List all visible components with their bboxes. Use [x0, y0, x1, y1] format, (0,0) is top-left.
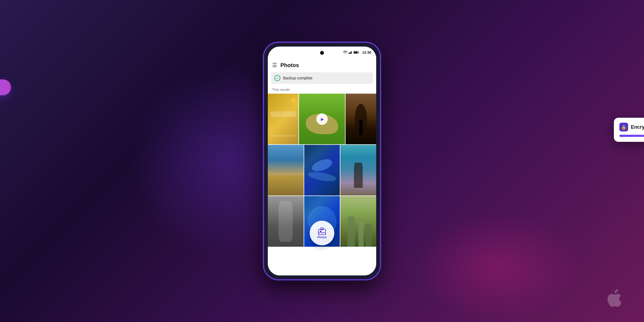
screen-content: ✓ Backup complete This month [268, 58, 376, 275]
lock-toggle[interactable]: 🔒 [0, 79, 11, 95]
photo-cell-bottles[interactable] [340, 196, 376, 247]
battery-icon [353, 51, 359, 54]
bottle2 [358, 222, 364, 247]
card-chip [291, 98, 296, 103]
front-camera [320, 51, 324, 55]
photos-app-bubble[interactable]: Photos [310, 221, 334, 245]
svg-rect-2 [351, 51, 352, 54]
svg-rect-5 [358, 52, 359, 53]
backup-banner: ✓ Backup complete [271, 72, 373, 84]
spine-xray [278, 201, 293, 242]
app-title: Photos [280, 62, 299, 68]
svg-rect-0 [349, 53, 349, 54]
svg-rect-6 [354, 51, 357, 53]
encrypt-title: Encrypting... [631, 124, 644, 130]
status-icons: 12:30 [343, 50, 371, 54]
progress-bar-background [619, 135, 644, 137]
power-button [380, 92, 381, 108]
photo-cell-xray[interactable] [268, 196, 304, 247]
photo-row-2 [268, 145, 376, 196]
phone-mockup: 12:30 ☰ Photos ✓ Backup complete This mo… [263, 42, 381, 280]
svg-rect-7 [318, 229, 326, 235]
signal-icon [349, 51, 352, 54]
play-icon: ▶ [321, 117, 324, 121]
svg-rect-1 [350, 52, 350, 54]
app-header: ☰ Photos [268, 58, 376, 72]
beach-sand [268, 175, 304, 196]
check-symbol: ✓ [276, 76, 279, 80]
encrypt-lock-icon: 🔒 [619, 123, 628, 131]
bottle3 [366, 224, 372, 247]
encrypt-card: 🔒 Encrypting... [614, 118, 644, 142]
apple-logo [605, 288, 622, 310]
toggle-track: 🔒 [0, 79, 11, 95]
background-glow-right [415, 212, 580, 322]
card-stripe [270, 111, 296, 117]
backup-status-text: Backup complete [283, 76, 312, 80]
card-numbers [271, 135, 295, 137]
status-time: 12:30 [362, 50, 371, 54]
photos-app-icon [318, 228, 326, 235]
fish-shape2 [307, 170, 337, 183]
photo-cell-credit-card[interactable] [268, 94, 298, 144]
progress-bar-fill [619, 135, 644, 137]
photo-grid: ▶ [268, 94, 376, 275]
photo-row-1: ▶ [268, 94, 376, 144]
person-silhouette [359, 120, 362, 135]
photo-cell-dog-video[interactable]: ▶ [299, 94, 345, 144]
backup-check-icon: ✓ [274, 75, 280, 81]
volume-down-button [263, 100, 264, 110]
svg-rect-3 [352, 51, 352, 54]
bottle1 [347, 216, 355, 247]
volume-up-button [263, 87, 264, 96]
woman-silhouette [354, 163, 363, 188]
phone-frame: 12:30 ☰ Photos ✓ Backup complete This mo… [263, 42, 381, 280]
menu-icon[interactable]: ☰ [272, 62, 277, 68]
photo-cell-arch[interactable] [346, 94, 376, 144]
play-button[interactable]: ▶ [316, 113, 328, 125]
photos-bubble-label: Photos [317, 236, 327, 239]
encrypt-header: 🔒 Encrypting... [619, 123, 644, 131]
photo-cell-woman-rock[interactable] [340, 145, 376, 196]
wifi-icon [343, 51, 347, 54]
photo-cell-beach[interactable] [268, 145, 304, 196]
photo-cell-fish[interactable] [304, 145, 340, 196]
section-month-label: This month [272, 88, 290, 92]
fish-shape [310, 157, 334, 174]
phone-screen: 12:30 ☰ Photos ✓ Backup complete This mo… [268, 47, 376, 275]
